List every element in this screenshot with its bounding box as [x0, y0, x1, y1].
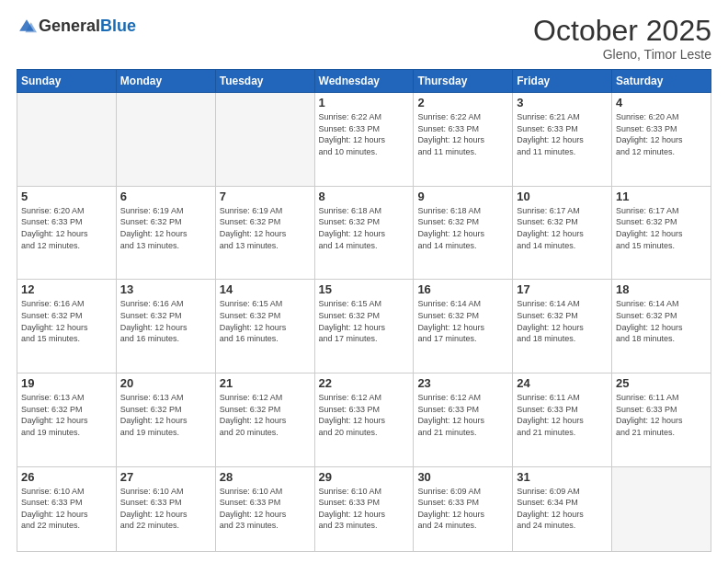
header: GeneralBlue October 2025 Gleno, Timor Le…	[17, 15, 711, 62]
table-row: 15Sunrise: 6:15 AM Sunset: 6:32 PM Dayli…	[314, 280, 414, 373]
table-row: 3Sunrise: 6:21 AM Sunset: 6:33 PM Daylig…	[513, 93, 612, 187]
day-number: 10	[517, 190, 608, 203]
day-info: Sunrise: 6:09 AM Sunset: 6:33 PM Dayligh…	[417, 486, 508, 532]
day-info: Sunrise: 6:15 AM Sunset: 6:32 PM Dayligh…	[220, 298, 311, 344]
day-number: 22	[319, 376, 410, 390]
col-saturday: Saturday	[612, 70, 711, 93]
day-number: 9	[417, 190, 508, 203]
logo: GeneralBlue	[17, 15, 136, 37]
day-number: 21	[220, 376, 311, 390]
day-number: 24	[517, 376, 608, 390]
table-row: 1Sunrise: 6:22 AM Sunset: 6:33 PM Daylig…	[314, 93, 414, 187]
day-number: 18	[616, 282, 707, 296]
table-row: 25Sunrise: 6:11 AM Sunset: 6:33 PM Dayli…	[612, 373, 711, 467]
location: Gleno, Timor Leste	[533, 47, 711, 62]
day-info: Sunrise: 6:10 AM Sunset: 6:33 PM Dayligh…	[220, 486, 311, 532]
calendar-week-row: 5Sunrise: 6:20 AM Sunset: 6:33 PM Daylig…	[17, 186, 711, 280]
day-number: 12	[21, 282, 112, 296]
table-row: 4Sunrise: 6:20 AM Sunset: 6:33 PM Daylig…	[612, 93, 711, 187]
day-info: Sunrise: 6:20 AM Sunset: 6:33 PM Dayligh…	[616, 111, 707, 157]
table-row: 5Sunrise: 6:20 AM Sunset: 6:33 PM Daylig…	[17, 186, 117, 280]
table-row: 26Sunrise: 6:10 AM Sunset: 6:33 PM Dayli…	[17, 466, 117, 551]
table-row: 20Sunrise: 6:13 AM Sunset: 6:32 PM Dayli…	[116, 373, 215, 467]
table-row: 9Sunrise: 6:18 AM Sunset: 6:32 PM Daylig…	[414, 186, 513, 280]
table-row: 13Sunrise: 6:16 AM Sunset: 6:32 PM Dayli…	[116, 280, 215, 373]
day-number: 11	[616, 190, 707, 203]
col-thursday: Thursday	[414, 70, 513, 93]
table-row: 19Sunrise: 6:13 AM Sunset: 6:32 PM Dayli…	[17, 373, 117, 467]
table-row: 11Sunrise: 6:17 AM Sunset: 6:32 PM Dayli…	[612, 186, 711, 280]
title-area: October 2025 Gleno, Timor Leste	[533, 15, 711, 62]
table-row: 6Sunrise: 6:19 AM Sunset: 6:32 PM Daylig…	[116, 186, 215, 280]
day-number: 26	[21, 470, 112, 484]
day-info: Sunrise: 6:18 AM Sunset: 6:32 PM Dayligh…	[417, 205, 508, 251]
day-info: Sunrise: 6:19 AM Sunset: 6:32 PM Dayligh…	[220, 205, 311, 251]
day-number: 6	[120, 190, 211, 203]
day-info: Sunrise: 6:10 AM Sunset: 6:33 PM Dayligh…	[21, 486, 112, 532]
page: GeneralBlue October 2025 Gleno, Timor Le…	[0, 0, 728, 563]
day-number: 15	[319, 282, 410, 296]
table-row: 8Sunrise: 6:18 AM Sunset: 6:32 PM Daylig…	[314, 186, 414, 280]
table-row: 22Sunrise: 6:12 AM Sunset: 6:33 PM Dayli…	[314, 373, 414, 467]
day-info: Sunrise: 6:11 AM Sunset: 6:33 PM Dayligh…	[517, 392, 608, 438]
logo-blue: Blue	[100, 17, 136, 35]
table-row: 12Sunrise: 6:16 AM Sunset: 6:32 PM Dayli…	[17, 280, 117, 373]
logo-icon	[17, 17, 37, 37]
day-info: Sunrise: 6:18 AM Sunset: 6:32 PM Dayligh…	[319, 205, 410, 251]
calendar-week-row: 26Sunrise: 6:10 AM Sunset: 6:33 PM Dayli…	[17, 466, 711, 551]
col-monday: Monday	[116, 70, 215, 93]
table-row: 2Sunrise: 6:22 AM Sunset: 6:33 PM Daylig…	[414, 93, 513, 187]
day-info: Sunrise: 6:17 AM Sunset: 6:32 PM Dayligh…	[517, 205, 608, 251]
day-number: 4	[616, 96, 707, 109]
day-info: Sunrise: 6:13 AM Sunset: 6:32 PM Dayligh…	[21, 392, 112, 438]
table-row	[116, 93, 215, 187]
day-number: 1	[319, 96, 410, 109]
day-info: Sunrise: 6:16 AM Sunset: 6:32 PM Dayligh…	[120, 298, 211, 344]
table-row: 14Sunrise: 6:15 AM Sunset: 6:32 PM Dayli…	[215, 280, 314, 373]
day-info: Sunrise: 6:13 AM Sunset: 6:32 PM Dayligh…	[120, 392, 211, 438]
logo-general: General	[39, 17, 100, 35]
day-number: 5	[21, 190, 112, 203]
day-number: 20	[120, 376, 211, 390]
table-row	[612, 466, 711, 551]
day-number: 16	[417, 282, 508, 296]
day-info: Sunrise: 6:19 AM Sunset: 6:32 PM Dayligh…	[120, 205, 211, 251]
day-number: 29	[319, 470, 410, 484]
day-number: 27	[120, 470, 211, 484]
day-info: Sunrise: 6:14 AM Sunset: 6:32 PM Dayligh…	[417, 298, 508, 344]
day-number: 19	[21, 376, 112, 390]
table-row: 29Sunrise: 6:10 AM Sunset: 6:33 PM Dayli…	[314, 466, 414, 551]
day-info: Sunrise: 6:12 AM Sunset: 6:33 PM Dayligh…	[319, 392, 410, 438]
day-info: Sunrise: 6:22 AM Sunset: 6:33 PM Dayligh…	[319, 111, 410, 157]
table-row: 31Sunrise: 6:09 AM Sunset: 6:34 PM Dayli…	[513, 466, 612, 551]
table-row: 30Sunrise: 6:09 AM Sunset: 6:33 PM Dayli…	[414, 466, 513, 551]
table-row: 7Sunrise: 6:19 AM Sunset: 6:32 PM Daylig…	[215, 186, 314, 280]
day-number: 13	[120, 282, 211, 296]
col-sunday: Sunday	[17, 70, 117, 93]
day-info: Sunrise: 6:15 AM Sunset: 6:32 PM Dayligh…	[319, 298, 410, 344]
table-row: 18Sunrise: 6:14 AM Sunset: 6:32 PM Dayli…	[612, 280, 711, 373]
day-info: Sunrise: 6:14 AM Sunset: 6:32 PM Dayligh…	[616, 298, 707, 344]
col-wednesday: Wednesday	[314, 70, 414, 93]
calendar-table: Sunday Monday Tuesday Wednesday Thursday…	[17, 69, 711, 552]
day-info: Sunrise: 6:09 AM Sunset: 6:34 PM Dayligh…	[517, 486, 608, 532]
day-info: Sunrise: 6:11 AM Sunset: 6:33 PM Dayligh…	[616, 392, 707, 438]
calendar-week-row: 19Sunrise: 6:13 AM Sunset: 6:32 PM Dayli…	[17, 373, 711, 467]
day-info: Sunrise: 6:10 AM Sunset: 6:33 PM Dayligh…	[319, 486, 410, 532]
day-number: 8	[319, 190, 410, 203]
table-row: 17Sunrise: 6:14 AM Sunset: 6:32 PM Dayli…	[513, 280, 612, 373]
month-title: October 2025	[533, 15, 711, 47]
day-info: Sunrise: 6:20 AM Sunset: 6:33 PM Dayligh…	[21, 205, 112, 251]
calendar-week-row: 12Sunrise: 6:16 AM Sunset: 6:32 PM Dayli…	[17, 280, 711, 373]
table-row	[17, 93, 117, 187]
day-info: Sunrise: 6:12 AM Sunset: 6:33 PM Dayligh…	[417, 392, 508, 438]
table-row: 21Sunrise: 6:12 AM Sunset: 6:32 PM Dayli…	[215, 373, 314, 467]
day-number: 28	[220, 470, 311, 484]
col-tuesday: Tuesday	[215, 70, 314, 93]
day-number: 31	[517, 470, 608, 484]
table-row: 10Sunrise: 6:17 AM Sunset: 6:32 PM Dayli…	[513, 186, 612, 280]
table-row: 16Sunrise: 6:14 AM Sunset: 6:32 PM Dayli…	[414, 280, 513, 373]
table-row	[215, 93, 314, 187]
day-info: Sunrise: 6:10 AM Sunset: 6:33 PM Dayligh…	[120, 486, 211, 532]
calendar-week-row: 1Sunrise: 6:22 AM Sunset: 6:33 PM Daylig…	[17, 93, 711, 187]
